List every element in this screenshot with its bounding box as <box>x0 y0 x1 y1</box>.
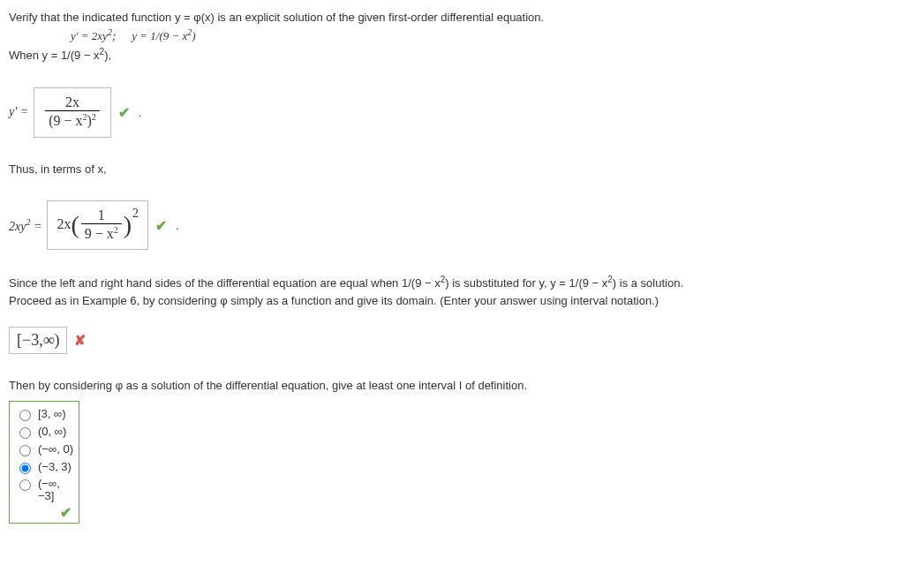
domain-input[interactable]: [−3,∞) <box>9 327 67 354</box>
ans1-dot: . <box>139 106 142 119</box>
choice-row[interactable]: (−∞,−3] <box>15 476 73 505</box>
answer-1-box[interactable]: 2x (9 − x2)2 <box>34 87 111 138</box>
de-lhs: y' = 2xy <box>71 29 108 42</box>
question-intro: Verify that the indicated function y = φ… <box>9 11 895 24</box>
cross-icon: ✘ <box>74 332 86 349</box>
when-line: When y = 1/(9 − x2), <box>9 47 895 62</box>
choice-label-1: (0, ∞) <box>38 425 66 438</box>
when-post: ), <box>104 49 111 63</box>
ans2-lhs-post: = <box>30 219 41 232</box>
choice-label-3: (−3, 3) <box>38 460 72 473</box>
ans1-num: 2x <box>45 94 100 111</box>
answer-1-lhs: y' = <box>9 105 28 119</box>
choice-radio-1[interactable] <box>19 427 31 439</box>
equation-line: y' = 2xy2; y = 1/(9 − x2) <box>71 27 895 43</box>
choice-radio-2[interactable] <box>19 445 31 456</box>
since-line: Since the left and right hand sides of t… <box>9 275 895 290</box>
choice-label-2: (−∞, 0) <box>38 442 73 456</box>
choice-group: [3, ∞) (0, ∞) (−∞, 0) (−3, 3) (−∞,−3] ✔ <box>9 401 79 524</box>
choice-row[interactable]: [3, ∞) <box>15 405 73 423</box>
ans2-lhs-pre: 2xy <box>9 219 26 232</box>
choice-row[interactable]: (0, ∞) <box>15 423 73 441</box>
choice-row[interactable]: (−3, 3) <box>15 458 73 476</box>
proceed-line: Proceed as in Example 6, by considering … <box>9 294 895 307</box>
check-icon: ✔ <box>60 504 72 521</box>
choice-row[interactable]: (−∞, 0) <box>15 441 73 458</box>
choice-radio-3[interactable] <box>19 463 31 474</box>
proceed-text: Proceed as in Example 6, by considering … <box>9 294 659 307</box>
choice-label-0: [3, ∞) <box>38 407 66 420</box>
ans2-dot: . <box>176 219 179 232</box>
choice-radio-0[interactable] <box>19 410 31 421</box>
ans2-outer-exp: 2 <box>132 207 139 220</box>
then-text: Then by considering φ as a solution of t… <box>9 379 527 392</box>
ans2-coeff: 2x <box>56 216 71 231</box>
since-post: ) is a solution. <box>613 277 683 290</box>
soln-pre: y = 1/(9 − x <box>132 29 187 42</box>
check-icon: ✔ <box>118 104 130 121</box>
answer-2-lhs: 2xy2 = <box>9 217 41 234</box>
thus-line: Thus, in terms of x, <box>9 162 895 176</box>
answer-2-row: 2xy2 = 2x( 1 9 − x2 )2 ✔ . <box>9 200 895 251</box>
choice-radio-4[interactable] <box>19 479 31 491</box>
check-icon: ✔ <box>155 217 167 234</box>
ans2-inner-num: 1 <box>81 207 122 224</box>
since-pre: Since the left and right hand sides of t… <box>9 277 441 290</box>
when-pre: When y = 1/(9 − x <box>9 49 100 63</box>
answer-2-box[interactable]: 2x( 1 9 − x2 )2 <box>47 200 148 251</box>
ans1-outer-exp: 2 <box>92 112 96 122</box>
domain-row: [−3,∞) ✘ <box>9 327 895 354</box>
soln-post: ) <box>192 29 195 42</box>
then-line: Then by considering φ as a solution of t… <box>9 379 895 392</box>
de-sep: ; <box>112 29 116 42</box>
answer-1-row: y' = 2x (9 − x2)2 ✔ . <box>9 87 895 138</box>
since-mid: ) is substituted for y, y = 1/(9 − x <box>445 277 607 290</box>
choice-label-4: (−∞,−3] <box>38 478 60 503</box>
ans2-inner-den-sup: 2 <box>114 225 118 235</box>
ans1-den-pre: (9 − x <box>49 113 82 128</box>
ans2-inner-den-pre: 9 − x <box>85 226 114 241</box>
